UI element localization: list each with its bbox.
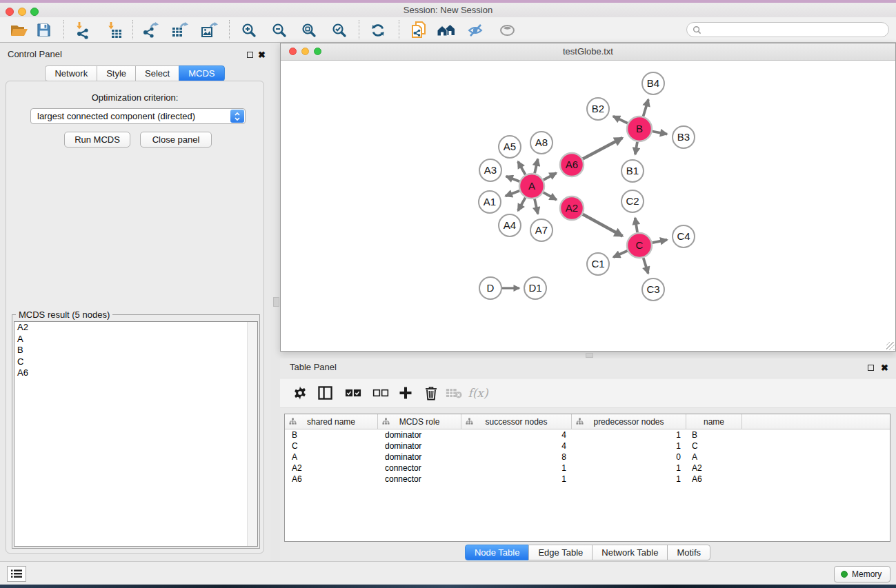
edge-C-C4[interactable] [653, 240, 668, 243]
delete-column-button[interactable] [419, 381, 444, 405]
horizontal-split-handle[interactable] [586, 353, 593, 358]
delete-table-icon [446, 387, 462, 398]
scrollbar-track[interactable] [247, 322, 257, 546]
open-folder-icon [10, 23, 28, 38]
select-stepper-icon [230, 110, 244, 123]
mcds-result-item[interactable]: A2 [14, 322, 257, 334]
control-tab-network[interactable]: Network [45, 65, 97, 81]
table-cell: A6 [686, 474, 742, 484]
import-table-button[interactable] [103, 19, 126, 41]
zoom-selected-icon [331, 22, 348, 39]
show-column-panel-button[interactable] [312, 381, 337, 405]
edge-A2-C[interactable] [583, 214, 623, 236]
edge-A-A5[interactable] [518, 161, 526, 174]
float-table-panel-icon[interactable] [868, 365, 874, 371]
network-graph-canvas[interactable]: AA1A2A3A4A5A6A7A8BB1B2B3B4CC1C2C3C4DD1 [281, 60, 895, 351]
table-row[interactable]: Adominator80A [285, 452, 890, 463]
table-tab-node-table[interactable]: Node Table [465, 545, 530, 560]
table-tab-motifs[interactable]: Motifs [667, 545, 710, 560]
edge-A-A6[interactable] [544, 173, 557, 180]
mcds-result-list[interactable]: A2ABCA6 [14, 321, 258, 547]
zoom-in-button[interactable] [237, 19, 261, 41]
table-row[interactable]: A2connector11A2 [285, 463, 890, 474]
select-all-button[interactable] [341, 381, 366, 405]
create-column-button[interactable] [393, 381, 418, 405]
control-tab-select[interactable]: Select [135, 65, 179, 81]
export-image-button[interactable] [198, 19, 221, 41]
home-view-button[interactable] [435, 19, 458, 41]
edge-A-A1[interactable] [506, 191, 519, 196]
zoom-out-button[interactable] [268, 19, 291, 41]
table-panel-title: Table Panel [290, 362, 337, 372]
mcds-result-item[interactable]: B [14, 345, 257, 356]
float-panel-icon[interactable] [247, 52, 253, 58]
table-cell: A [686, 452, 742, 462]
column-header-name[interactable]: name [686, 414, 742, 429]
window-resize-grip[interactable] [886, 342, 895, 350]
zoom-fit-button[interactable] [297, 19, 321, 41]
table-cell: 1 [572, 430, 686, 440]
search-input[interactable] [701, 24, 888, 35]
gear-icon [292, 385, 308, 401]
edge-B-B4[interactable] [644, 99, 648, 116]
attribute-type-icon [382, 418, 390, 425]
desktop-wallpaper-strip [0, 585, 896, 588]
mcds-tab-content: Optimization criterion: largest connecte… [6, 81, 264, 554]
open-session-button[interactable] [8, 19, 31, 41]
column-header-predecessor-nodes[interactable]: predecessor nodes [572, 414, 686, 429]
export-network-button[interactable] [139, 19, 162, 41]
edge-A-A7[interactable] [535, 199, 538, 214]
table-tab-network-table[interactable]: Network Table [592, 545, 668, 560]
hide-graphics-details-button[interactable] [464, 19, 488, 41]
optimization-criterion-select[interactable]: largest connected component (directed) [30, 108, 246, 124]
export-table-button[interactable] [168, 19, 192, 41]
node-table[interactable]: shared nameMCDS rolesuccessor nodesprede… [284, 414, 890, 542]
node-label-B4: B4 [647, 77, 659, 89]
column-header-successor-nodes[interactable]: successor nodes [461, 414, 572, 429]
control-tab-style[interactable]: Style [97, 65, 136, 81]
edge-C-C1[interactable] [613, 251, 627, 257]
edge-A-A8[interactable] [535, 159, 538, 174]
node-label-A3: A3 [484, 164, 497, 176]
table-cell: connector [378, 474, 461, 484]
mcds-result-item[interactable]: C [14, 356, 257, 368]
edge-A-A2[interactable] [544, 192, 557, 200]
refresh-view-button[interactable] [366, 19, 390, 41]
close-panel-button[interactable]: Close panel [140, 132, 212, 148]
table-tab-edge-table[interactable]: Edge Table [528, 545, 593, 560]
edge-B-B2[interactable] [613, 116, 628, 123]
import-network-button[interactable] [71, 19, 94, 41]
table-settings-button[interactable] [288, 381, 312, 405]
search-field[interactable] [686, 22, 889, 37]
unselect-all-button[interactable] [368, 381, 393, 405]
table-row[interactable]: Bdominator41B [285, 429, 890, 440]
control-tab-mcds[interactable]: MCDS [179, 65, 224, 81]
table-row[interactable]: Cdominator41C [285, 440, 890, 452]
run-mcds-button[interactable]: Run MCDS [64, 132, 130, 148]
zoom-selected-button[interactable] [328, 19, 351, 41]
edge-B-B3[interactable] [653, 132, 667, 134]
edge-A-A4[interactable] [518, 198, 526, 211]
edge-B-B1[interactable] [635, 142, 637, 154]
trash-icon [425, 386, 437, 401]
close-table-panel-icon[interactable]: ✖ [881, 364, 888, 372]
edge-A6-B[interactable] [583, 138, 622, 159]
mcds-result-item[interactable]: A6 [14, 367, 257, 379]
vertical-split-handle[interactable] [273, 297, 279, 307]
table-row[interactable]: A6connector11A6 [285, 474, 890, 485]
node-label-C2: C2 [626, 195, 639, 207]
column-header-shared-name[interactable]: shared name [285, 414, 378, 429]
duplicate-network-view-button[interactable] [407, 19, 430, 41]
mcds-result-item[interactable]: A [14, 334, 257, 345]
memory-button[interactable]: Memory [834, 566, 890, 582]
save-session-button[interactable] [32, 19, 55, 41]
show-graphics-details-button[interactable] [496, 19, 519, 41]
close-panel-icon[interactable]: ✖ [258, 51, 266, 59]
edge-C-C2[interactable] [635, 218, 637, 232]
edge-C-C3[interactable] [644, 258, 648, 274]
node-label-C3: C3 [646, 283, 659, 295]
task-history-button[interactable] [7, 566, 26, 582]
column-header-MCDS-role[interactable]: MCDS role [378, 414, 461, 429]
edge-A-A3[interactable] [506, 176, 520, 181]
table-cell: A2 [686, 463, 742, 473]
